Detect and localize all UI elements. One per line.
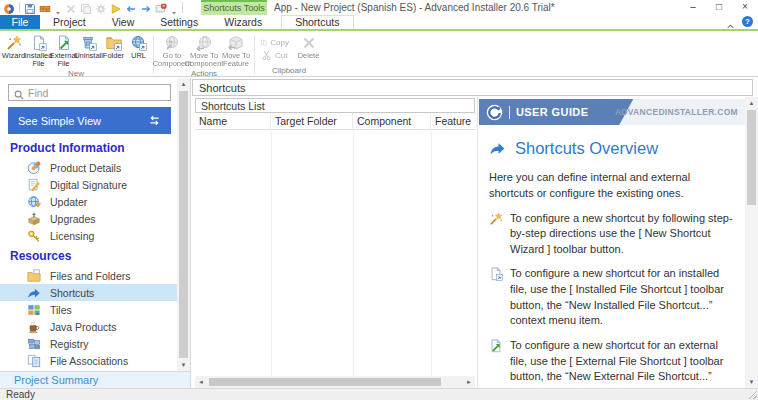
app-logo-icon <box>3 1 15 13</box>
project-summary-link[interactable]: Project Summary <box>0 371 190 388</box>
scroll-down-icon[interactable]: ▼ <box>177 359 190 371</box>
licensing-icon <box>27 229 41 243</box>
window-title: App - New Project (Spanish ES) - Advance… <box>274 0 555 15</box>
scroll-right-icon[interactable]: ► <box>463 376 475 388</box>
move-component-icon <box>196 35 212 51</box>
save-icon[interactable] <box>24 1 36 13</box>
sidebar-item-digital-signature[interactable]: Digital Signature <box>0 176 177 193</box>
sidebar-item-licensing[interactable]: Licensing <box>0 227 177 244</box>
new-shortcut-wizard-button[interactable]: Wizard <box>1 34 26 60</box>
digital-signature-icon <box>27 178 41 192</box>
resize-grip[interactable] <box>748 390 757 399</box>
collapse-ribbon-icon[interactable] <box>726 17 735 26</box>
close-button[interactable]: × <box>732 0 758 15</box>
tab-wizards[interactable]: Wizards <box>211 15 275 29</box>
sidebar-item-tiles[interactable]: Tiles <box>0 301 177 318</box>
search-input[interactable] <box>28 87 158 99</box>
copy-button[interactable]: Copy <box>261 37 289 48</box>
move-to-component-button[interactable]: Move To Component <box>188 34 220 69</box>
installed-file-shortcut-button[interactable]: Installed File <box>26 34 51 69</box>
forward-icon[interactable] <box>140 1 152 13</box>
build-dropdown-icon[interactable] <box>54 3 62 11</box>
url-shortcut-button[interactable]: URL <box>126 34 151 60</box>
find-box[interactable] <box>8 84 171 101</box>
navigation-sidebar: See Simple View Product Information Prod… <box>0 78 191 388</box>
guide-intro: Here you can define internal and externa… <box>489 170 736 201</box>
advancedinstaller-com-link[interactable]: ADVANCEDINSTALLER.COM <box>615 99 738 125</box>
status-text: Ready <box>6 389 35 400</box>
column-header-name[interactable]: Name <box>195 113 271 129</box>
registry-icon <box>27 337 41 351</box>
tab-shortcuts[interactable]: Shortcuts <box>281 15 353 29</box>
uninstall-shortcut-button[interactable]: Uninstall <box>76 34 101 60</box>
divider <box>19 2 20 13</box>
back-icon[interactable] <box>125 1 137 13</box>
build-icon[interactable] <box>39 1 51 13</box>
cut-icon <box>261 50 272 61</box>
installed-file-icon <box>489 267 503 281</box>
tab-settings[interactable]: Settings <box>147 15 211 29</box>
guide-heading: Shortcuts Overview <box>515 137 658 160</box>
guide-scrollbar[interactable]: ▲ ▼ <box>745 97 758 388</box>
sidebar-item-registry[interactable]: Registry <box>0 335 177 352</box>
window-controls: – □ × <box>680 0 758 15</box>
sidebar-item-updater[interactable]: Updater <box>0 193 177 210</box>
scroll-left-icon[interactable]: ◄ <box>195 376 207 388</box>
folder-shortcut-button[interactable]: Folder <box>101 34 126 60</box>
help-icon[interactable]: ? <box>742 16 753 27</box>
uninstall-shortcut-icon <box>81 35 97 51</box>
search-icon <box>13 87 25 99</box>
guide-bullet-wizard: To configure a new shortcut by following… <box>489 211 736 258</box>
titlebar: Shortcuts Tools App - New Project (Spani… <box>0 0 758 15</box>
scroll-up-icon[interactable]: ▲ <box>177 78 190 90</box>
sidebar-item-shortcuts[interactable]: Shortcuts <box>0 284 177 301</box>
advanced-installer-logo-icon <box>486 104 503 121</box>
tiles-icon <box>27 303 41 317</box>
sidebar-item-product-details[interactable]: Product Details <box>0 159 177 176</box>
upgrades-icon <box>27 212 41 226</box>
maximize-button[interactable]: □ <box>706 0 732 15</box>
divider <box>254 35 255 74</box>
user-guide-banner: USER GUIDE ADVANCEDINSTALLER.COM <box>479 99 745 125</box>
feedback-icon[interactable] <box>155 1 167 13</box>
run-icon[interactable] <box>110 1 122 13</box>
external-file-shortcut-button[interactable]: External File <box>51 34 76 69</box>
sidebar-scrollbar[interactable]: ▲ ▼ <box>177 78 190 371</box>
horizontal-scrollbar[interactable]: ◄ ► <box>195 376 475 388</box>
user-guide-panel: USER GUIDE ADVANCEDINSTALLER.COM Shortcu… <box>477 97 758 388</box>
goto-component-button[interactable]: Go to Component <box>156 34 188 69</box>
copy-icon <box>261 37 267 48</box>
ribbon-tabs: File Project View Settings Wizards Short… <box>0 15 758 31</box>
scrollbar-thumb[interactable] <box>179 91 188 358</box>
tab-view[interactable]: View <box>99 15 148 29</box>
java-products-icon <box>27 320 41 334</box>
delete-button[interactable]: Delete <box>296 34 321 60</box>
section-resources: Resources <box>10 249 177 263</box>
status-bar: Ready <box>0 388 758 400</box>
column-header-feature[interactable]: Feature <box>431 113 475 129</box>
tab-project[interactable]: Project <box>40 15 99 29</box>
column-header-component[interactable]: Component <box>353 113 431 129</box>
scroll-up-icon[interactable]: ▲ <box>745 97 758 109</box>
cancel-build-icon <box>65 1 77 13</box>
sidebar-item-file-associations[interactable]: File Associations <box>0 352 177 369</box>
qat-customize-icon[interactable] <box>170 3 178 11</box>
sidebar-item-java-products[interactable]: Java Products <box>0 318 177 335</box>
tab-file[interactable]: File <box>0 15 40 29</box>
see-simple-view-button[interactable]: See Simple View <box>8 107 171 134</box>
cut-button[interactable]: Cut <box>261 50 289 61</box>
advanced-installer-window: Shortcuts Tools App - New Project (Spani… <box>0 0 758 400</box>
column-header-target-folder[interactable]: Target Folder <box>271 113 353 129</box>
external-file-icon <box>489 339 503 353</box>
save-all-icon <box>80 1 92 13</box>
shortcuts-table-body[interactable] <box>195 131 475 376</box>
delete-icon <box>301 35 317 51</box>
sidebar-item-upgrades[interactable]: Upgrades <box>0 210 177 227</box>
sidebar-item-files-and-folders[interactable]: Files and Folders <box>0 267 177 284</box>
move-to-feature-button[interactable]: Move To Feature <box>220 34 252 69</box>
scrollbar-thumb[interactable] <box>747 110 756 205</box>
swap-view-icon <box>148 114 161 127</box>
scroll-down-icon[interactable]: ▼ <box>745 376 758 388</box>
scrollbar-thumb[interactable] <box>209 378 441 386</box>
minimize-button[interactable]: – <box>680 0 706 15</box>
